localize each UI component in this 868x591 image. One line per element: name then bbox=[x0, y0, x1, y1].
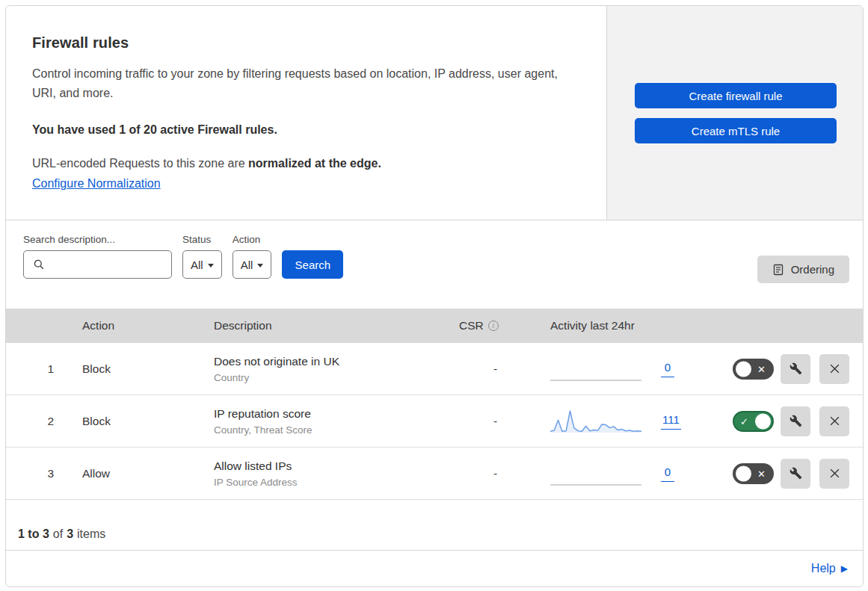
csr-header-label: CSR bbox=[459, 319, 484, 332]
delete-rule-button[interactable] bbox=[819, 459, 849, 489]
rule-priority: 1 bbox=[6, 362, 60, 376]
list-icon bbox=[772, 264, 784, 276]
rule-description: Does not originate in UK bbox=[214, 354, 453, 369]
activity-sparkline bbox=[550, 407, 641, 436]
rule-enabled-toggle[interactable]: ✓ ✕ bbox=[733, 463, 774, 484]
rule-csr-value: - bbox=[453, 467, 550, 480]
action-label: Action bbox=[233, 234, 272, 245]
rule-action: Allow bbox=[60, 467, 214, 480]
create-mtls-rule-button[interactable]: Create mTLS rule bbox=[635, 118, 837, 143]
status-dropdown-value: All bbox=[191, 259, 203, 271]
status-label: Status bbox=[182, 234, 222, 245]
delete-rule-button[interactable] bbox=[819, 354, 849, 384]
check-icon: ✓ bbox=[740, 416, 748, 426]
pagination-summary: 1 to 3 of 3 items bbox=[6, 500, 863, 551]
firewall-rules-card: Firewall rules Control incoming traffic … bbox=[5, 5, 864, 587]
chevron-down-icon bbox=[208, 264, 214, 267]
rule-csr-value: - bbox=[453, 362, 550, 376]
column-header-activity: Activity last 24hr bbox=[550, 319, 733, 332]
of-label: of bbox=[53, 527, 63, 541]
wrench-icon bbox=[789, 362, 802, 375]
rule-activity-cell: 0 bbox=[550, 460, 733, 488]
help-link[interactable]: Help ▶ bbox=[811, 562, 848, 575]
actions-panel: Create firewall rule Create mTLS rule bbox=[607, 6, 863, 220]
edit-rule-button[interactable] bbox=[781, 354, 810, 384]
rule-action: Block bbox=[60, 415, 214, 428]
activity-count-link[interactable]: 0 bbox=[661, 465, 674, 482]
rule-description-cell: IP reputation score Country, Threat Scor… bbox=[214, 406, 453, 436]
create-firewall-rule-button[interactable]: Create firewall rule bbox=[635, 83, 837, 108]
table-row: 2 Block IP reputation score Country, Thr… bbox=[6, 395, 863, 448]
normalization-prefix: URL-encoded Requests to this zone are bbox=[32, 157, 248, 170]
rule-enabled-toggle[interactable]: ✓ ✕ bbox=[733, 411, 774, 432]
rule-fields: Country bbox=[214, 372, 453, 383]
toggle-knob bbox=[736, 465, 751, 481]
chevron-down-icon bbox=[257, 264, 263, 267]
help-bar: Help ▶ bbox=[6, 551, 863, 587]
column-header-action: Action bbox=[60, 319, 214, 332]
rule-csr-value: - bbox=[453, 415, 550, 428]
wrench-icon bbox=[789, 467, 802, 480]
close-icon bbox=[828, 415, 841, 427]
help-link-label: Help bbox=[811, 562, 836, 575]
filter-bar: Search description... Status All Action bbox=[6, 220, 863, 309]
range-text: 1 to 3 bbox=[18, 527, 49, 540]
close-icon bbox=[828, 362, 841, 375]
rule-description: IP reputation score bbox=[214, 406, 453, 421]
activity-sparkline bbox=[550, 355, 641, 383]
column-header-csr: CSR i bbox=[453, 319, 550, 332]
page-description: Control incoming traffic to your zone by… bbox=[32, 64, 564, 103]
rule-fields: IP Source Address bbox=[214, 477, 453, 488]
rule-enabled-toggle[interactable]: ✓ ✕ bbox=[733, 359, 774, 380]
rule-action: Block bbox=[60, 362, 214, 376]
close-icon bbox=[828, 467, 841, 480]
edit-rule-button[interactable] bbox=[781, 459, 810, 489]
x-icon: ✕ bbox=[757, 364, 766, 374]
action-dropdown[interactable]: All bbox=[233, 250, 272, 279]
search-button[interactable]: Search bbox=[282, 250, 343, 279]
ordering-button[interactable]: Ordering bbox=[757, 256, 849, 283]
rule-description: Allow listed IPs bbox=[214, 459, 453, 474]
info-icon[interactable]: i bbox=[488, 321, 499, 331]
search-icon bbox=[33, 259, 45, 270]
action-dropdown-value: All bbox=[241, 259, 253, 271]
normalization-bold: normalized at the edge. bbox=[248, 157, 381, 170]
table-header: Action Description CSR i Activity last 2… bbox=[6, 309, 863, 343]
intro-section: Firewall rules Control incoming traffic … bbox=[6, 6, 863, 220]
usage-notice: You have used 1 of 20 active Firewall ru… bbox=[32, 123, 576, 137]
delete-rule-button[interactable] bbox=[819, 406, 849, 436]
table-row: 3 Allow Allow listed IPs IP Source Addre… bbox=[6, 448, 863, 500]
activity-count-link[interactable]: 111 bbox=[661, 413, 681, 430]
table-row: 1 Block Does not originate in UK Country… bbox=[6, 343, 863, 395]
rule-activity-cell: 111 bbox=[550, 407, 733, 436]
search-input[interactable] bbox=[51, 259, 171, 271]
rule-description-cell: Allow listed IPs IP Source Address bbox=[214, 459, 453, 488]
activity-count-link[interactable]: 0 bbox=[661, 361, 674, 377]
intro-text-panel: Firewall rules Control incoming traffic … bbox=[6, 6, 607, 220]
toggle-knob bbox=[736, 361, 751, 377]
configure-normalization-link[interactable]: Configure Normalization bbox=[32, 177, 161, 191]
total-count: 3 bbox=[67, 527, 73, 540]
x-icon: ✕ bbox=[757, 468, 766, 478]
status-dropdown[interactable]: All bbox=[182, 250, 222, 279]
toggle-knob bbox=[755, 413, 771, 429]
normalization-notice: URL-encoded Requests to this zone are no… bbox=[32, 157, 576, 170]
page-title: Firewall rules bbox=[32, 34, 576, 52]
rule-activity-cell: 0 bbox=[550, 355, 733, 383]
rule-priority: 3 bbox=[6, 467, 60, 480]
search-input-wrapper bbox=[23, 250, 172, 279]
activity-sparkline bbox=[550, 460, 641, 488]
arrow-right-icon: ▶ bbox=[841, 564, 848, 573]
rule-description-cell: Does not originate in UK Country bbox=[214, 354, 453, 383]
rule-fields: Country, Threat Score bbox=[214, 424, 453, 436]
edit-rule-button[interactable] bbox=[781, 406, 810, 436]
rule-priority: 2 bbox=[6, 415, 60, 428]
search-label: Search description... bbox=[23, 234, 172, 245]
column-header-description: Description bbox=[214, 319, 453, 332]
items-label: items bbox=[77, 527, 105, 541]
wrench-icon bbox=[789, 415, 802, 427]
ordering-button-label: Ordering bbox=[791, 263, 834, 276]
